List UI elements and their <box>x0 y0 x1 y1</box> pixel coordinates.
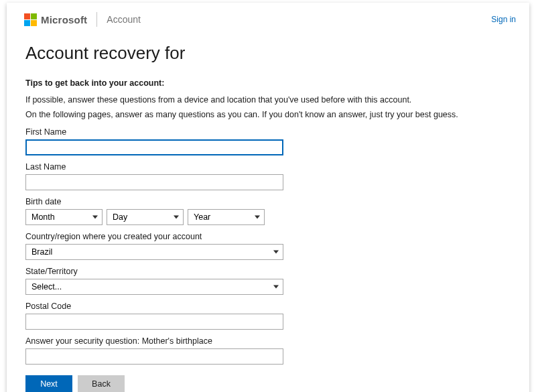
postal-label: Postal Code <box>25 302 511 311</box>
chevron-down-icon <box>255 216 260 219</box>
state-value: Select... <box>31 282 62 291</box>
next-button[interactable]: Next <box>25 375 72 392</box>
country-value: Brazil <box>31 247 52 257</box>
birth-year-value: Year <box>194 212 210 222</box>
birth-year-select[interactable]: Year <box>188 209 265 225</box>
brand-block: Microsoft Account <box>24 12 141 27</box>
chevron-down-icon <box>174 216 179 219</box>
country-select[interactable]: Brazil <box>25 244 283 260</box>
tips-heading: Tips to get back into your account: <box>25 78 511 88</box>
state-label: State/Territory <box>25 267 511 276</box>
page-card: Microsoft Account Sign in Account recove… <box>7 3 529 392</box>
tips-line-2: On the following pages, answer as many q… <box>25 109 511 121</box>
postal-input[interactable] <box>25 314 283 330</box>
last-name-input[interactable] <box>25 174 283 190</box>
birth-day-value: Day <box>113 212 127 222</box>
birth-date-row: Month Day Year <box>25 209 511 225</box>
chevron-down-icon <box>92 216 98 219</box>
page-title: Account recovery for <box>25 43 511 64</box>
birth-day-select[interactable]: Day <box>107 209 184 225</box>
header: Microsoft Account Sign in <box>7 3 529 31</box>
signin-link[interactable]: Sign in <box>491 15 516 24</box>
back-button[interactable]: Back <box>78 375 125 392</box>
birth-month-select[interactable]: Month <box>25 209 103 225</box>
header-section: Account <box>107 14 141 25</box>
header-divider <box>96 12 97 27</box>
birth-date-label: Birth date <box>25 197 511 206</box>
state-select[interactable]: Select... <box>25 279 283 295</box>
security-label: Answer your security question: Mother's … <box>25 336 511 346</box>
first-name-input[interactable] <box>25 139 283 155</box>
microsoft-logo-icon <box>24 13 37 26</box>
birth-month-value: Month <box>31 212 55 222</box>
button-row: Next Back <box>25 375 511 392</box>
first-name-label: First Name <box>25 127 511 137</box>
chevron-down-icon <box>273 251 279 254</box>
country-label: Country/region where you created your ac… <box>25 232 511 241</box>
brand-text: Microsoft <box>41 14 87 25</box>
tips-line-1: If possible, answer these questions from… <box>25 94 511 107</box>
last-name-label: Last Name <box>25 162 511 172</box>
chevron-down-icon <box>273 285 279 289</box>
security-input[interactable] <box>25 348 283 365</box>
content: Account recovery for Tips to get back in… <box>7 31 529 392</box>
